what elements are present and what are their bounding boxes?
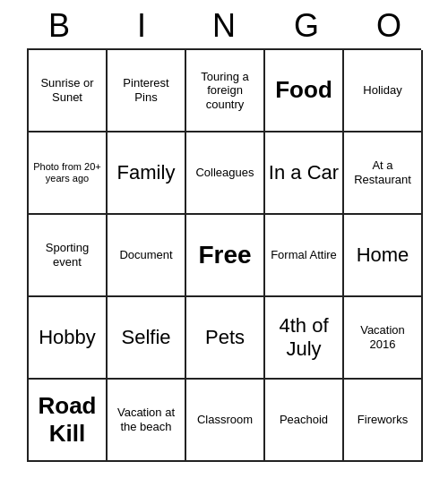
bingo-cell-13: Formal Attire [265,215,344,297]
header-letter-i: I [104,7,179,45]
bingo-cell-6: Family [108,132,186,215]
bingo-cell-15: Hobby [29,297,108,380]
bingo-cell-1: Pinterest Pins [108,50,186,132]
bingo-cell-18: 4th of July [265,297,344,380]
header-letter-b: B [22,7,97,45]
bingo-cell-17: Pets [186,297,265,380]
bingo-cell-21: Vacation at the beach [108,380,186,462]
bingo-cell-3: Food [265,50,344,132]
bingo-cell-16: Selfie [108,297,186,380]
bingo-cell-0: Sunrise or Sunet [29,50,108,132]
bingo-cell-20: Road Kill [29,380,108,462]
bingo-cell-11: Document [108,215,186,297]
bingo-cell-2: Touring a foreign country [186,50,265,132]
header-letter-o: O [351,7,426,45]
bingo-cell-19: Vacation 2016 [344,297,423,380]
bingo-header: BINGO [18,0,430,48]
bingo-cell-12: Free [186,215,265,297]
bingo-cell-14: Home [344,215,423,297]
bingo-cell-10: Sporting event [29,215,108,297]
header-letter-n: N [186,7,262,45]
header-letter-g: G [269,7,344,45]
bingo-cell-5: Photo from 20+ years ago [29,132,108,215]
bingo-cell-7: Colleagues [186,132,265,215]
bingo-cell-23: Peachoid [265,380,344,462]
bingo-cell-4: Holiday [344,50,423,132]
bingo-cell-8: In a Car [265,132,344,215]
bingo-cell-9: At a Restaurant [344,132,423,215]
bingo-grid: Sunrise or SunetPinterest PinsTouring a … [27,48,421,462]
bingo-cell-22: Classroom [186,380,265,462]
bingo-cell-24: Fireworks [344,380,423,462]
